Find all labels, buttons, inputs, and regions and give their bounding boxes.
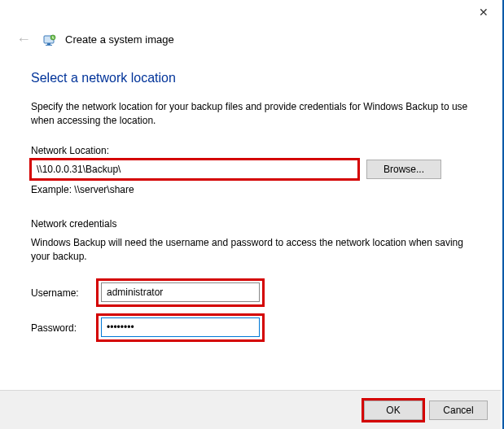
cancel-button[interactable]: Cancel — [429, 401, 488, 420]
page-instruction: Specify the network location for your ba… — [31, 100, 471, 129]
credentials-instruction: Windows Backup will need the username an… — [31, 236, 471, 265]
credentials-highlight — [96, 278, 265, 307]
close-button[interactable]: ✕ — [465, 0, 502, 24]
page-heading: Select a network location — [31, 71, 471, 85]
username-row: Username: — [31, 279, 471, 308]
svg-rect-1 — [47, 43, 50, 45]
example-text: Example: \\server\share — [31, 184, 471, 195]
svg-rect-2 — [46, 45, 52, 46]
wizard-title: Create a system image — [65, 33, 174, 46]
titlebar: ✕ — [0, 0, 502, 26]
location-row: Browse... — [31, 160, 471, 179]
username-input[interactable] — [101, 282, 260, 302]
password-highlight — [96, 313, 265, 342]
password-row: Password: — [31, 314, 471, 343]
credentials-heading: Network credentials — [31, 218, 471, 230]
dialog-footer: OK Cancel — [0, 390, 501, 429]
browse-button[interactable]: Browse... — [366, 160, 441, 179]
username-label: Username: — [31, 287, 96, 299]
ok-button[interactable]: OK — [364, 401, 423, 420]
password-label: Password: — [31, 322, 96, 334]
wizard-header: ← Create a system image — [0, 31, 502, 48]
network-location-input[interactable] — [31, 160, 358, 179]
back-arrow-icon[interactable]: ← — [13, 31, 34, 48]
close-icon: ✕ — [479, 6, 489, 19]
location-label: Network Location: — [31, 145, 471, 156]
content-area: Select a network location Specify the ne… — [0, 48, 502, 357]
wizard-icon — [42, 33, 57, 47]
password-input[interactable] — [101, 317, 260, 337]
